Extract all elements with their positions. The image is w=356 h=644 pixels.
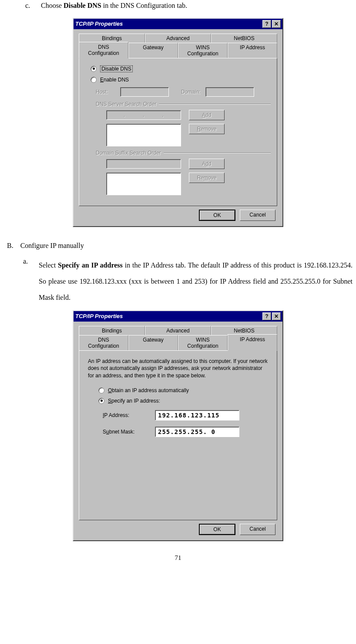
radio-icon: [98, 387, 104, 393]
radio-icon: [91, 77, 97, 83]
dns-remove-button: Remove: [189, 124, 225, 134]
ok-button[interactable]: OK: [199, 210, 235, 221]
suffix-input: [106, 159, 181, 169]
subnet-mask-input[interactable]: 255.255.255. 0: [155, 427, 239, 437]
ok-button[interactable]: OK: [199, 524, 235, 535]
titlebar[interactable]: TCP/IP Properties ? ✕: [74, 19, 282, 29]
dns-ip-input: . . .: [106, 110, 181, 120]
tab-wins-configuration[interactable]: WINS Configuration: [178, 335, 228, 351]
tab-netbios[interactable]: NetBIOS: [211, 34, 277, 43]
radio-disable-dns[interactable]: Disable DNS: [91, 65, 271, 72]
tab-advanced[interactable]: Advanced: [145, 34, 211, 43]
step-text: Select Specify an IP address in the IP A…: [39, 258, 353, 305]
dns-order-label: DNS Server Search Order: [96, 101, 156, 107]
subnet-mask-label: Subnet Mask:: [103, 429, 146, 435]
instruction-step-c: c. Choose Disable DNS in the DNS Configu…: [25, 0, 344, 11]
tab-bindings[interactable]: Bindings: [79, 326, 145, 336]
section-b-heading: B. Configure IP manually: [7, 240, 349, 251]
tab-dns-configuration[interactable]: DNS Configuration: [79, 42, 128, 58]
tab-advanced[interactable]: Advanced: [145, 326, 211, 336]
tcpip-properties-dialog-ip: TCP/IP Properties ? ✕ Bindings Advanced …: [73, 310, 283, 541]
suffix-remove-button: Remove: [189, 173, 225, 183]
step-marker: a.: [23, 258, 31, 305]
suffix-order-label: Domain Suffix Search Order: [96, 150, 161, 156]
close-button[interactable]: ✕: [272, 312, 281, 320]
titlebar[interactable]: TCP/IP Properties ? ✕: [74, 311, 282, 322]
tab-ip-address[interactable]: IP Address: [228, 334, 277, 351]
tab-row-2: DNS Configuration Gateway WINS Configura…: [79, 43, 277, 58]
page-number: 71: [3, 554, 353, 562]
tab-row-2: DNS Configuration Gateway WINS Configura…: [79, 335, 277, 351]
radio-icon: [98, 398, 104, 404]
domain-input: [205, 87, 254, 97]
tab-gateway[interactable]: Gateway: [128, 335, 178, 351]
tab-wins-configuration[interactable]: WINS Configuration: [178, 43, 228, 58]
tab-gateway[interactable]: Gateway: [128, 43, 178, 58]
host-input: [120, 87, 169, 97]
radio-icon: [91, 66, 97, 72]
help-button[interactable]: ?: [262, 312, 271, 320]
window-title: TCP/IP Properties: [75, 313, 123, 319]
tab-pane-dns: Disable DNS Enable DNS Host: Domain: DNS…: [79, 58, 277, 206]
tab-ip-address[interactable]: IP Address: [228, 43, 277, 58]
section-title: Configure IP manually: [20, 240, 84, 251]
radio-label: Disable DNS: [100, 65, 133, 72]
dns-list: [106, 124, 181, 146]
step-marker: c.: [25, 0, 33, 11]
window-title: TCP/IP Properties: [75, 20, 123, 27]
ip-description: An IP address can be automatically assig…: [88, 358, 268, 380]
ip-address-label: IP Address:: [103, 412, 146, 418]
radio-enable-dns[interactable]: Enable DNS: [91, 77, 271, 83]
cancel-button[interactable]: Cancel: [240, 210, 275, 221]
ip-address-input[interactable]: 192.168.123.115: [155, 410, 239, 420]
close-button[interactable]: ✕: [272, 20, 281, 28]
radio-obtain-auto[interactable]: Obtain an IP address automatically: [98, 387, 271, 393]
radio-label: Enable DNS: [100, 77, 129, 83]
help-button[interactable]: ?: [262, 20, 271, 28]
suffix-list: [106, 173, 181, 195]
host-label: Host:: [96, 89, 117, 95]
instruction-step-a: a. Select Specify an IP address in the I…: [23, 258, 353, 305]
cancel-button[interactable]: Cancel: [240, 524, 275, 535]
suffix-add-button: Add: [189, 159, 225, 169]
tab-pane-ip: An IP address can be automatically assig…: [79, 350, 277, 520]
dns-add-button: Add: [189, 110, 225, 120]
tcpip-properties-dialog-dns: TCP/IP Properties ? ✕ Bindings Advanced …: [73, 18, 283, 227]
radio-label: Obtain an IP address automatically: [108, 387, 189, 393]
radio-label: Specify an IP address:: [108, 398, 160, 404]
radio-specify-ip[interactable]: Specify an IP address:: [98, 398, 271, 404]
section-marker: B.: [7, 240, 13, 251]
step-text: Choose Disable DNS in the DNS Configurat…: [41, 0, 344, 11]
domain-label: Domain:: [181, 89, 202, 95]
tab-dns-configuration[interactable]: DNS Configuration: [79, 335, 128, 351]
